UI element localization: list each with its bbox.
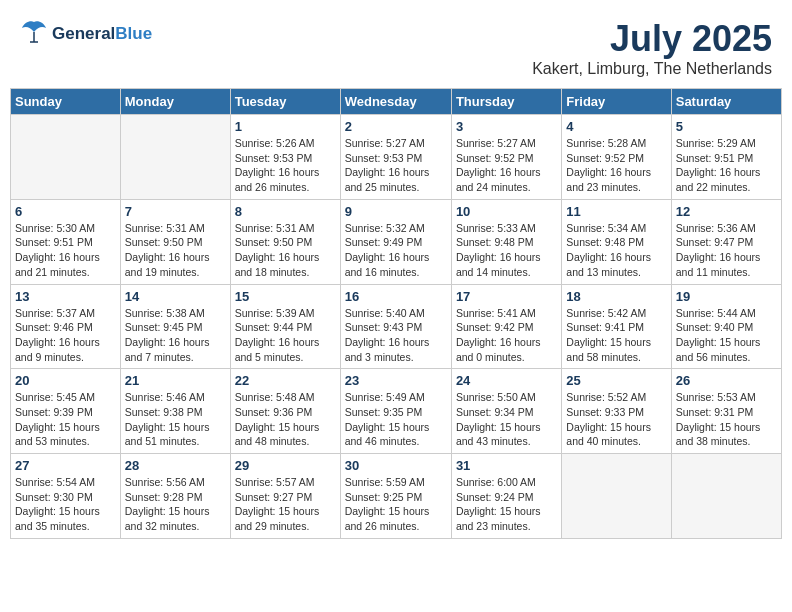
- week-row-2: 6Sunrise: 5:30 AM Sunset: 9:51 PM Daylig…: [11, 199, 782, 284]
- day-info: Sunrise: 5:27 AM Sunset: 9:52 PM Dayligh…: [456, 136, 557, 195]
- day-info: Sunrise: 5:33 AM Sunset: 9:48 PM Dayligh…: [456, 221, 557, 280]
- week-row-3: 13Sunrise: 5:37 AM Sunset: 9:46 PM Dayli…: [11, 284, 782, 369]
- calendar-cell: 17Sunrise: 5:41 AM Sunset: 9:42 PM Dayli…: [451, 284, 561, 369]
- day-number: 15: [235, 289, 336, 304]
- calendar-cell: 4Sunrise: 5:28 AM Sunset: 9:52 PM Daylig…: [562, 115, 671, 200]
- day-number: 12: [676, 204, 777, 219]
- day-info: Sunrise: 5:52 AM Sunset: 9:33 PM Dayligh…: [566, 390, 666, 449]
- logo: GeneralBlue: [20, 18, 152, 50]
- calendar-cell: [671, 454, 781, 539]
- calendar-cell: 7Sunrise: 5:31 AM Sunset: 9:50 PM Daylig…: [120, 199, 230, 284]
- calendar-cell: 12Sunrise: 5:36 AM Sunset: 9:47 PM Dayli…: [671, 199, 781, 284]
- day-info: Sunrise: 5:54 AM Sunset: 9:30 PM Dayligh…: [15, 475, 116, 534]
- day-number: 8: [235, 204, 336, 219]
- weekday-header-sunday: Sunday: [11, 89, 121, 115]
- day-info: Sunrise: 5:26 AM Sunset: 9:53 PM Dayligh…: [235, 136, 336, 195]
- page-header: GeneralBlue July 2025 Kakert, Limburg, T…: [10, 10, 782, 82]
- day-number: 30: [345, 458, 447, 473]
- day-number: 29: [235, 458, 336, 473]
- calendar-cell: 23Sunrise: 5:49 AM Sunset: 9:35 PM Dayli…: [340, 369, 451, 454]
- day-info: Sunrise: 5:31 AM Sunset: 9:50 PM Dayligh…: [235, 221, 336, 280]
- day-info: Sunrise: 5:56 AM Sunset: 9:28 PM Dayligh…: [125, 475, 226, 534]
- day-number: 28: [125, 458, 226, 473]
- day-number: 27: [15, 458, 116, 473]
- logo-text: GeneralBlue: [52, 25, 152, 44]
- week-row-1: 1Sunrise: 5:26 AM Sunset: 9:53 PM Daylig…: [11, 115, 782, 200]
- day-info: Sunrise: 5:50 AM Sunset: 9:34 PM Dayligh…: [456, 390, 557, 449]
- logo-general: General: [52, 24, 115, 43]
- day-info: Sunrise: 5:42 AM Sunset: 9:41 PM Dayligh…: [566, 306, 666, 365]
- day-number: 19: [676, 289, 777, 304]
- day-number: 7: [125, 204, 226, 219]
- day-number: 22: [235, 373, 336, 388]
- calendar-cell: 21Sunrise: 5:46 AM Sunset: 9:38 PM Dayli…: [120, 369, 230, 454]
- day-info: Sunrise: 5:30 AM Sunset: 9:51 PM Dayligh…: [15, 221, 116, 280]
- location: Kakert, Limburg, The Netherlands: [532, 60, 772, 78]
- day-info: Sunrise: 5:29 AM Sunset: 9:51 PM Dayligh…: [676, 136, 777, 195]
- calendar-cell: 28Sunrise: 5:56 AM Sunset: 9:28 PM Dayli…: [120, 454, 230, 539]
- weekday-header-friday: Friday: [562, 89, 671, 115]
- calendar-cell: 10Sunrise: 5:33 AM Sunset: 9:48 PM Dayli…: [451, 199, 561, 284]
- day-number: 24: [456, 373, 557, 388]
- calendar-cell: 13Sunrise: 5:37 AM Sunset: 9:46 PM Dayli…: [11, 284, 121, 369]
- week-row-5: 27Sunrise: 5:54 AM Sunset: 9:30 PM Dayli…: [11, 454, 782, 539]
- day-number: 26: [676, 373, 777, 388]
- calendar-cell: 6Sunrise: 5:30 AM Sunset: 9:51 PM Daylig…: [11, 199, 121, 284]
- day-info: Sunrise: 5:53 AM Sunset: 9:31 PM Dayligh…: [676, 390, 777, 449]
- calendar-cell: 24Sunrise: 5:50 AM Sunset: 9:34 PM Dayli…: [451, 369, 561, 454]
- calendar-cell: [11, 115, 121, 200]
- day-number: 2: [345, 119, 447, 134]
- day-number: 31: [456, 458, 557, 473]
- calendar-cell: 3Sunrise: 5:27 AM Sunset: 9:52 PM Daylig…: [451, 115, 561, 200]
- calendar-cell: 2Sunrise: 5:27 AM Sunset: 9:53 PM Daylig…: [340, 115, 451, 200]
- day-number: 9: [345, 204, 447, 219]
- calendar-cell: 8Sunrise: 5:31 AM Sunset: 9:50 PM Daylig…: [230, 199, 340, 284]
- day-number: 13: [15, 289, 116, 304]
- day-number: 3: [456, 119, 557, 134]
- day-info: Sunrise: 5:37 AM Sunset: 9:46 PM Dayligh…: [15, 306, 116, 365]
- calendar-cell: 31Sunrise: 6:00 AM Sunset: 9:24 PM Dayli…: [451, 454, 561, 539]
- calendar-cell: 27Sunrise: 5:54 AM Sunset: 9:30 PM Dayli…: [11, 454, 121, 539]
- calendar-cell: 29Sunrise: 5:57 AM Sunset: 9:27 PM Dayli…: [230, 454, 340, 539]
- calendar-cell: 15Sunrise: 5:39 AM Sunset: 9:44 PM Dayli…: [230, 284, 340, 369]
- calendar-cell: 25Sunrise: 5:52 AM Sunset: 9:33 PM Dayli…: [562, 369, 671, 454]
- day-info: Sunrise: 5:46 AM Sunset: 9:38 PM Dayligh…: [125, 390, 226, 449]
- calendar-cell: 9Sunrise: 5:32 AM Sunset: 9:49 PM Daylig…: [340, 199, 451, 284]
- day-number: 14: [125, 289, 226, 304]
- day-info: Sunrise: 5:59 AM Sunset: 9:25 PM Dayligh…: [345, 475, 447, 534]
- logo-bird-icon: [20, 18, 48, 50]
- day-info: Sunrise: 5:28 AM Sunset: 9:52 PM Dayligh…: [566, 136, 666, 195]
- calendar-cell: 19Sunrise: 5:44 AM Sunset: 9:40 PM Dayli…: [671, 284, 781, 369]
- weekday-header-thursday: Thursday: [451, 89, 561, 115]
- day-number: 20: [15, 373, 116, 388]
- day-number: 21: [125, 373, 226, 388]
- day-number: 10: [456, 204, 557, 219]
- day-number: 25: [566, 373, 666, 388]
- day-info: Sunrise: 5:41 AM Sunset: 9:42 PM Dayligh…: [456, 306, 557, 365]
- calendar-cell: 20Sunrise: 5:45 AM Sunset: 9:39 PM Dayli…: [11, 369, 121, 454]
- day-info: Sunrise: 6:00 AM Sunset: 9:24 PM Dayligh…: [456, 475, 557, 534]
- day-number: 5: [676, 119, 777, 134]
- day-number: 16: [345, 289, 447, 304]
- day-info: Sunrise: 5:48 AM Sunset: 9:36 PM Dayligh…: [235, 390, 336, 449]
- calendar-cell: 26Sunrise: 5:53 AM Sunset: 9:31 PM Dayli…: [671, 369, 781, 454]
- day-info: Sunrise: 5:45 AM Sunset: 9:39 PM Dayligh…: [15, 390, 116, 449]
- calendar-cell: 30Sunrise: 5:59 AM Sunset: 9:25 PM Dayli…: [340, 454, 451, 539]
- day-info: Sunrise: 5:39 AM Sunset: 9:44 PM Dayligh…: [235, 306, 336, 365]
- calendar-cell: 11Sunrise: 5:34 AM Sunset: 9:48 PM Dayli…: [562, 199, 671, 284]
- day-info: Sunrise: 5:57 AM Sunset: 9:27 PM Dayligh…: [235, 475, 336, 534]
- weekday-header-row: SundayMondayTuesdayWednesdayThursdayFrid…: [11, 89, 782, 115]
- calendar-cell: 1Sunrise: 5:26 AM Sunset: 9:53 PM Daylig…: [230, 115, 340, 200]
- day-number: 11: [566, 204, 666, 219]
- day-info: Sunrise: 5:49 AM Sunset: 9:35 PM Dayligh…: [345, 390, 447, 449]
- logo-blue: Blue: [115, 24, 152, 43]
- calendar-cell: 5Sunrise: 5:29 AM Sunset: 9:51 PM Daylig…: [671, 115, 781, 200]
- day-number: 1: [235, 119, 336, 134]
- day-info: Sunrise: 5:27 AM Sunset: 9:53 PM Dayligh…: [345, 136, 447, 195]
- weekday-header-wednesday: Wednesday: [340, 89, 451, 115]
- day-number: 6: [15, 204, 116, 219]
- calendar-cell: 18Sunrise: 5:42 AM Sunset: 9:41 PM Dayli…: [562, 284, 671, 369]
- day-number: 18: [566, 289, 666, 304]
- calendar-cell: 22Sunrise: 5:48 AM Sunset: 9:36 PM Dayli…: [230, 369, 340, 454]
- week-row-4: 20Sunrise: 5:45 AM Sunset: 9:39 PM Dayli…: [11, 369, 782, 454]
